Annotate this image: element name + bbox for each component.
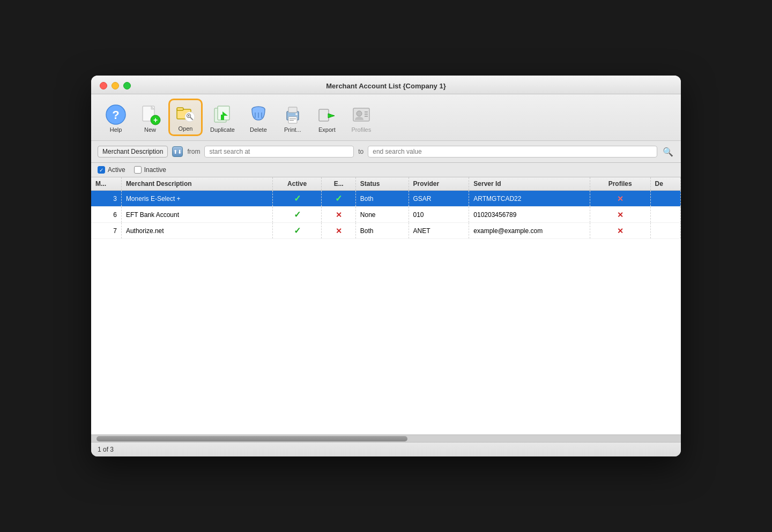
table-header-row: M... Merchant Description Active E... St… <box>91 177 681 191</box>
col-header-description: Merchant Description <box>121 177 272 191</box>
cell-description: Authorize.net <box>121 223 272 239</box>
check-icon: ✓ <box>294 226 301 235</box>
new-label: New <box>144 126 156 133</box>
cell-profiles: ✕ <box>590 223 650 239</box>
cell-serverid: 010203456789 <box>469 207 590 223</box>
table-row[interactable]: 7 Authorize.net ✓ ✕ Both ANET example@ex… <box>91 223 681 239</box>
col-header-de: De <box>650 177 680 191</box>
profiles-label: Profiles <box>352 126 372 133</box>
inactive-filter-label: Inactive <box>144 166 166 174</box>
svg-rect-16 <box>221 115 224 120</box>
traffic-lights <box>100 82 131 89</box>
scrollbar-thumb[interactable] <box>96 436 407 441</box>
maximize-button[interactable] <box>123 82 131 89</box>
col-header-m: M... <box>91 177 121 191</box>
svg-rect-29 <box>328 115 332 117</box>
svg-rect-25 <box>290 120 294 121</box>
help-icon: ? <box>105 104 127 125</box>
title-bar: Merchant Account List {Company 1} <box>91 76 681 94</box>
svg-text:+: + <box>153 116 158 124</box>
search-bar: Merchant Description ⬆⬇ from to 🔍 <box>91 141 681 163</box>
cross-icon: ✕ <box>336 227 342 235</box>
col-header-status: Status <box>355 177 409 191</box>
col-header-serverid: Server Id <box>469 177 590 191</box>
duplicate-label: Duplicate <box>210 126 235 133</box>
export-icon <box>316 104 338 125</box>
cell-e: ✕ <box>322 223 355 239</box>
table-container: M... Merchant Description Active E... St… <box>91 177 681 434</box>
cell-active: ✓ <box>272 207 322 223</box>
cell-profiles: ✕ <box>590 191 650 207</box>
inactive-filter[interactable]: Inactive <box>134 166 166 174</box>
cross-icon: ✕ <box>617 211 623 219</box>
svg-text:?: ? <box>112 108 119 122</box>
check-icon: ✓ <box>294 194 301 203</box>
cell-de <box>650 207 680 223</box>
svg-rect-7 <box>177 108 183 110</box>
cell-m: 6 <box>91 207 121 223</box>
cross-icon: ✕ <box>617 194 623 203</box>
export-button[interactable]: Export <box>311 101 343 136</box>
cell-e: ✓ <box>322 191 355 207</box>
delete-icon <box>248 104 269 125</box>
cell-m: 7 <box>91 223 121 239</box>
svg-point-12 <box>188 115 189 116</box>
merchant-table: M... Merchant Description Active E... St… <box>91 177 681 239</box>
export-label: Export <box>318 126 336 133</box>
cell-provider: ANET <box>409 223 469 239</box>
to-label: to <box>358 148 363 155</box>
print-icon <box>282 104 303 125</box>
help-label: Help <box>110 126 122 133</box>
col-header-provider: Provider <box>409 177 469 191</box>
cell-active: ✓ <box>272 191 322 207</box>
inactive-checkbox[interactable] <box>134 166 142 174</box>
cell-de <box>650 191 680 207</box>
search-field-label: Merchant Description <box>98 146 168 158</box>
cell-e: ✕ <box>322 207 355 223</box>
cross-icon: ✕ <box>336 211 342 219</box>
svg-point-26 <box>295 113 298 115</box>
record-count: 1 of 3 <box>98 446 114 453</box>
cell-de <box>650 223 680 239</box>
svg-point-31 <box>357 111 362 116</box>
print-label: Print... <box>284 126 301 133</box>
toolbar: ? Help + New <box>91 94 681 141</box>
cell-serverid: example@example.com <box>469 223 590 239</box>
open-button[interactable]: Open <box>168 99 203 136</box>
table-row[interactable]: 3 Moneris E-Select + ✓ ✓ Both GSAR ARTMG… <box>91 191 681 207</box>
search-field-chevron[interactable]: ⬆⬇ <box>172 146 183 157</box>
filters-bar: Active Inactive <box>91 163 681 177</box>
status-bar: 1 of 3 <box>91 442 681 456</box>
main-window: Merchant Account List {Company 1} ? Help… <box>91 76 681 456</box>
new-button[interactable]: + New <box>134 101 166 136</box>
search-execute-icon[interactable]: 🔍 <box>662 145 674 158</box>
help-button[interactable]: ? Help <box>100 101 132 136</box>
delete-button[interactable]: Delete <box>242 101 274 136</box>
profiles-button[interactable]: Profiles <box>345 101 377 136</box>
active-filter-label: Active <box>108 166 125 174</box>
duplicate-button[interactable]: Duplicate <box>205 101 240 136</box>
horizontal-scrollbar[interactable] <box>91 434 681 442</box>
profiles-icon <box>351 104 372 125</box>
col-header-e: E... <box>322 177 355 191</box>
cell-status: Both <box>355 191 409 207</box>
table-row[interactable]: 6 EFT Bank Account ✓ ✕ None 010 01020345… <box>91 207 681 223</box>
close-button[interactable] <box>100 82 107 89</box>
minimize-button[interactable] <box>112 82 119 89</box>
check-icon: ✓ <box>335 194 342 203</box>
new-icon: + <box>139 104 161 125</box>
search-to-input[interactable] <box>368 146 657 158</box>
cell-status: None <box>355 207 409 223</box>
open-icon <box>175 103 196 124</box>
svg-rect-27 <box>319 109 329 121</box>
check-icon: ✓ <box>294 210 301 219</box>
print-button[interactable]: Print... <box>277 101 309 136</box>
window-title: Merchant Account List {Company 1} <box>326 82 446 90</box>
active-filter[interactable]: Active <box>98 166 125 174</box>
cell-description: EFT Bank Account <box>121 207 272 223</box>
svg-rect-22 <box>288 107 297 113</box>
cell-description: Moneris E-Select + <box>121 191 272 207</box>
search-from-input[interactable] <box>204 146 354 158</box>
duplicate-icon <box>212 104 233 125</box>
active-checkbox[interactable] <box>98 166 105 174</box>
